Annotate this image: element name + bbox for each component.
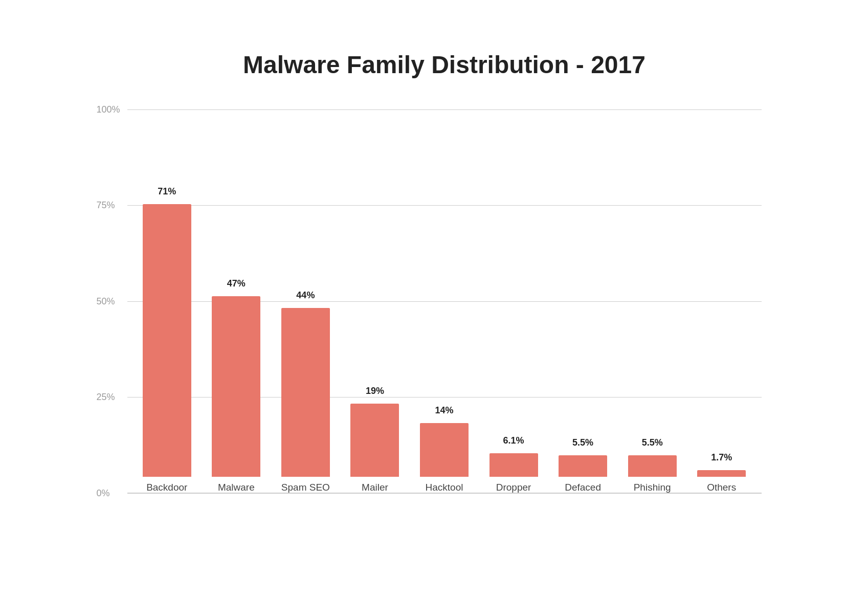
bar-spam-seo: 44% [281, 308, 330, 477]
bar-group-malware: 47%Malware [212, 296, 260, 493]
bar-backdoor: 71% [143, 204, 191, 477]
bar-group-defaced: 5.5%Defaced [559, 455, 607, 493]
x-label-dropper: Dropper [496, 482, 531, 493]
chart-area: 71%Backdoor47%Malware44%Spam SEO19%Maile… [127, 109, 762, 493]
y-label-50: 50% [97, 296, 115, 306]
bar-group-others: 1.7%Others [697, 470, 746, 493]
bar-others: 1.7% [697, 470, 746, 477]
grid-line-0 [127, 493, 762, 494]
bar-value-label-0: 71% [158, 186, 176, 197]
chart-container: Malware Family Distribution - 2017 71%Ba… [76, 30, 792, 567]
y-label-0: 0% [97, 488, 110, 498]
bar-value-label-8: 1.7% [711, 452, 732, 463]
bar-group-backdoor: 71%Backdoor [143, 204, 191, 493]
x-label-hacktool: Hacktool [426, 482, 463, 493]
x-label-defaced: Defaced [565, 482, 601, 493]
bar-defaced: 5.5% [559, 455, 607, 476]
bar-group-dropper: 6.1%Dropper [489, 453, 538, 493]
x-label-phishing: Phishing [634, 482, 671, 493]
x-label-spam-seo: Spam SEO [281, 482, 330, 493]
bar-mailer: 19% [350, 404, 399, 477]
bar-malware: 47% [212, 296, 260, 477]
x-label-malware: Malware [218, 482, 255, 493]
bar-value-label-7: 5.5% [642, 437, 663, 448]
bar-hacktool: 14% [420, 423, 469, 477]
bar-phishing: 5.5% [628, 455, 677, 476]
bar-value-label-6: 5.5% [572, 437, 593, 448]
bar-value-label-5: 6.1% [503, 435, 524, 446]
bar-value-label-2: 44% [296, 290, 315, 301]
y-label-100: 100% [97, 104, 120, 115]
bar-group-hacktool: 14%Hacktool [420, 423, 469, 493]
bars-wrapper: 71%Backdoor47%Malware44%Spam SEO19%Maile… [127, 109, 762, 493]
bar-group-mailer: 19%Mailer [350, 404, 399, 493]
bar-group-spam-seo: 44%Spam SEO [281, 308, 330, 493]
x-axis-line [127, 493, 762, 493]
y-label-75: 75% [97, 200, 115, 211]
bar-dropper: 6.1% [489, 453, 538, 477]
x-label-backdoor: Backdoor [146, 482, 187, 493]
x-label-mailer: Mailer [362, 482, 388, 493]
bar-value-label-4: 14% [435, 405, 453, 416]
bar-value-label-3: 19% [366, 386, 384, 396]
x-label-others: Others [707, 482, 736, 493]
bar-value-label-1: 47% [227, 278, 246, 289]
bar-group-phishing: 5.5%Phishing [628, 455, 677, 493]
y-label-25: 25% [97, 392, 115, 403]
chart-title: Malware Family Distribution - 2017 [127, 51, 762, 79]
